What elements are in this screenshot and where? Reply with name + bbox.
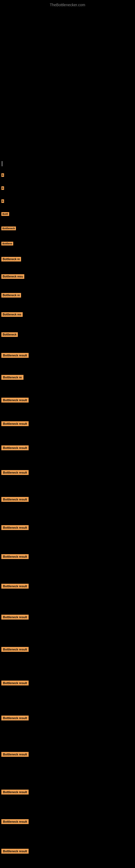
bottleneck-item: B (0, 198, 135, 203)
bottleneck-label: Bottleneck re (1, 257, 21, 261)
bottleneck-item: B (0, 185, 135, 190)
bottleneck-label: Bottleneck result (1, 789, 29, 795)
bottleneck-item: Bottleneck result (0, 848, 135, 854)
bottleneck-item: Bottleneck re (0, 375, 135, 380)
bottleneck-label: Bottleneck resu (1, 274, 24, 279)
bottleneck-item: Bottleneck (0, 332, 135, 337)
bottleneck-container: BBBBottlBottleneckBottleneBottleneck reB… (0, 172, 135, 868)
bottleneck-label: Bottleneck re (1, 375, 24, 380)
bottleneck-item: Bottleneck result (0, 352, 135, 358)
bottleneck-label: Bottleneck result (1, 584, 29, 589)
bottleneck-label: Bottlene (1, 242, 13, 246)
bottleneck-item: Bottleneck result (0, 421, 135, 426)
bottleneck-label: Bottleneck (1, 226, 16, 230)
bottleneck-label: B (1, 173, 4, 177)
bottleneck-label: Bottleneck result (1, 681, 29, 685)
bottleneck-item: Bottleneck result (0, 680, 135, 685)
bottleneck-item: Bottlene (0, 241, 135, 246)
bottleneck-label: Bottleneck result (1, 470, 29, 475)
bottleneck-item: Bottleneck re (0, 292, 135, 298)
bottleneck-item: Bottleneck result (0, 614, 135, 620)
bottleneck-label: Bottleneck re (1, 293, 21, 298)
bottleneck-label: Bottleneck result (1, 752, 29, 757)
bottleneck-item: Bottleneck result (0, 525, 135, 530)
separator-line: | (0, 158, 135, 169)
bottleneck-label: Bottleneck result (1, 615, 29, 620)
bottleneck-item: Bottleneck resu (0, 274, 135, 279)
bottleneck-item: Bottleneck result (0, 715, 135, 720)
bottleneck-item: Bottl (0, 211, 135, 216)
bottleneck-label: Bottleneck (1, 332, 18, 337)
bottleneck-label: Bottleneck result (1, 819, 29, 824)
bottleneck-label: Bottleneck result (1, 554, 29, 559)
bottleneck-item: Bottleneck re (0, 256, 135, 261)
bottleneck-item: Bottleneck result (0, 470, 135, 475)
bottleneck-item: Bottleneck result (0, 752, 135, 757)
bottleneck-item: Bottleneck result (0, 445, 135, 450)
bottleneck-item: Bottleneck result (0, 819, 135, 824)
bottleneck-label: B (1, 199, 4, 203)
bottleneck-label: Bottleneck result (1, 353, 29, 358)
bottleneck-label: Bottl (1, 212, 9, 216)
site-title: TheBottlenecker.com (0, 0, 135, 8)
bottleneck-label: Bottleneck result (1, 647, 29, 652)
bottleneck-label: Bottleneck result (1, 398, 29, 403)
bottleneck-label: Bottleneck result (1, 421, 29, 426)
bottleneck-label: Bottleneck res (1, 312, 23, 317)
bottleneck-label: Bottleneck result (1, 525, 29, 530)
main-chart-area (0, 8, 135, 158)
bottleneck-item: Bottleneck result (0, 397, 135, 403)
bottleneck-label: B (1, 186, 4, 190)
bottleneck-item: B (0, 172, 135, 177)
bottleneck-item: Bottleneck result (0, 497, 135, 502)
bottleneck-item: Bottleneck res (0, 312, 135, 317)
bottleneck-item: Bottleneck result (0, 647, 135, 652)
bottleneck-label: Bottleneck result (1, 716, 29, 720)
bottleneck-item: Bottleneck (0, 225, 135, 230)
bottleneck-label: Bottleneck result (1, 849, 29, 854)
bottleneck-item: Bottleneck result (0, 789, 135, 795)
bottleneck-item: Bottleneck result (0, 554, 135, 559)
bottleneck-item: Bottleneck result (0, 584, 135, 589)
bottleneck-label: Bottleneck result (1, 497, 29, 502)
bottleneck-label: Bottleneck result (1, 445, 29, 450)
